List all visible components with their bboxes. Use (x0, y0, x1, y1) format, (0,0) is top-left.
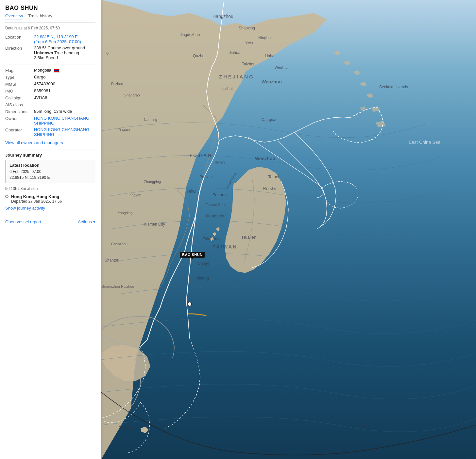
svg-text:Wenzhou: Wenzhou (255, 156, 275, 161)
type-label: Type (5, 75, 31, 80)
open-report-link[interactable]: Open vessel report (5, 219, 41, 224)
svg-text:East China Sea: East China Sea (409, 140, 440, 145)
info-panel: BAO SHUN Overview Track history Details … (0, 0, 101, 459)
speed-value: 3.6kn (34, 55, 44, 60)
svg-text:Zhangping: Zhangping (144, 180, 161, 184)
owner-label: Owner (5, 116, 31, 126)
tab-overview[interactable]: Overview (5, 13, 23, 20)
flag-label: Flag (5, 68, 31, 73)
svg-text:Lishui: Lishui (222, 86, 232, 91)
latest-location-coords: 22.8815 N, 119.3190 E (9, 175, 92, 180)
svg-text:Puttian: Puttian (199, 175, 212, 179)
bottom-bar: Open vessel report Actions ▾ (5, 216, 95, 224)
vessel-map-label: BAO SHUN (180, 252, 205, 258)
svg-text:Fuzhou: Fuzhou (212, 192, 227, 197)
ais-value (34, 102, 95, 107)
tab-track-history[interactable]: Track history (28, 13, 52, 20)
svg-text:Longyan: Longyan (128, 193, 141, 197)
location-label: Location (5, 34, 31, 44)
svg-text:Linhai: Linhai (265, 54, 275, 58)
port-name: Hong Kong, Hong Kong (11, 194, 62, 199)
vessel-name: BAO SHUN (5, 5, 95, 11)
type-value: Cargo (34, 75, 95, 80)
operator-label: Operator (5, 127, 31, 137)
direction-label: Direction (5, 45, 31, 60)
svg-text:Jingdezhen: Jingdezhen (180, 32, 200, 37)
svg-text:Itbayat: Itbayat (360, 423, 370, 427)
svg-text:Yingtan: Yingtan (118, 128, 130, 131)
dimensions-value: 85m long, 13m wide (34, 109, 95, 114)
show-journey-link[interactable]: Show journey activity (5, 206, 95, 211)
svg-text:Cangnan: Cangnan (262, 117, 278, 122)
port-date: Departed 27 Jan 2025, 17:56 (11, 199, 62, 204)
owner-value: HONG KONG CHANGHANG SHIPPING (34, 116, 95, 126)
svg-text:Chiayi: Chiayi (198, 261, 209, 266)
svg-text:Senkaku Islands: Senkaku Islands (379, 85, 408, 89)
dimensions-label: Dimensions (5, 109, 31, 114)
svg-text:Yongding: Yongding (118, 211, 132, 215)
svg-text:Chaozhou: Chaozhou (111, 242, 128, 246)
svg-text:Guangzhou Huizhou: Guangzhou Huizhou (101, 284, 134, 288)
svg-text:Shantou: Shantou (105, 258, 119, 263)
location-value: 22.8815 N, 119.3190 E (from 6 Feb 2025, … (34, 34, 95, 44)
callsign-label: Call sign (5, 95, 31, 100)
svg-text:Ningbo: Ningbo (258, 36, 271, 40)
svg-text:Xiamen City: Xiamen City (144, 222, 165, 227)
imo-value: 8359081 (34, 88, 95, 94)
svg-point-0 (188, 302, 192, 306)
svg-text:Fuzhou: Fuzhou (111, 82, 123, 86)
svg-text:Hsinchu: Hsinchu (263, 186, 276, 190)
svg-text:FUJIAN: FUJIAN (190, 153, 212, 158)
svg-text:Quanzhou: Quanzhou (206, 213, 226, 218)
ais-label: AIS class (5, 102, 31, 107)
svg-text:Pratas Island: Pratas Island (119, 426, 140, 430)
journey-section-title: Journey summary (5, 153, 95, 158)
chevron-down-icon: ▾ (93, 219, 95, 224)
svg-text:Taichung: Taichung (203, 236, 220, 241)
mmsi-value: 457483000 (34, 81, 95, 87)
svg-text:Taiw...: Taiw... (186, 189, 199, 194)
svg-text:Taiwan Strait: Taiwan Strait (206, 203, 227, 207)
course-value: 338.5° (34, 45, 46, 50)
svg-text:Taipei: Taipei (268, 174, 279, 179)
owner-link[interactable]: HONG KONG CHANGHANG SHIPPING (34, 116, 89, 126)
callsign-value: JVDA8 (34, 95, 95, 100)
flag-icon (54, 69, 60, 73)
view-owners-link[interactable]: View all owners and managers (5, 140, 95, 145)
location-since-link[interactable]: (from 6 Feb 2025, 07:00) (34, 39, 81, 44)
actions-button[interactable]: Actions ▾ (78, 219, 95, 224)
svg-text:Tainan: Tainan (214, 160, 225, 164)
latest-location-title: Latest location (9, 163, 92, 168)
svg-text:Taizhou: Taizhou (242, 62, 255, 66)
port-row: Hong Kong, Hong Kong Departed 27 Jan 202… (5, 194, 95, 204)
direction-value: 338.5° Course over ground Unknown True h… (34, 45, 95, 60)
svg-text:Taitang: Taitang (196, 276, 209, 280)
course-ground-label: Course over ground (47, 45, 85, 50)
mmsi-label: MMSI (5, 81, 31, 87)
svg-text:Shangrao: Shangrao (124, 93, 140, 97)
svg-text:Shaoxing: Shaoxing (239, 26, 255, 30)
divider-1 (5, 64, 95, 64)
svg-text:Wenling: Wenling (275, 65, 288, 69)
svg-text:Babuyan: Babuyan (366, 448, 380, 452)
latest-location-date: 6 Feb 2025, 07:00 (9, 169, 92, 175)
svg-text:Nanping: Nanping (144, 118, 157, 122)
details-date: Details as at 6 Feb 2025, 07:50 (5, 26, 95, 30)
at-sea-duration: 9d 13h 53m at sea (5, 186, 95, 191)
svg-text:ng: ng (105, 51, 109, 55)
svg-text:Jinhua: Jinhua (229, 50, 241, 55)
flag-value: Mongolia (34, 68, 95, 73)
svg-text:ZHEJIANG: ZHEJIANG (219, 74, 254, 79)
svg-text:TAIWAN: TAIWAN (212, 244, 237, 249)
imo-label: IMO (5, 88, 31, 94)
port-dot-icon (5, 195, 8, 198)
tab-bar: Overview Track history (5, 13, 95, 23)
divider-2 (5, 149, 95, 149)
location-coords-link[interactable]: 22.8815 N, 119.3190 E (34, 34, 78, 39)
svg-text:Hangzhou: Hangzhou (212, 14, 233, 19)
svg-text:Wenzhou: Wenzhou (262, 79, 282, 84)
operator-link[interactable]: HONG KONG CHANGHANG SHIPPING (34, 127, 89, 137)
actions-label: Actions (78, 219, 92, 224)
heading-value: Unknown (34, 50, 53, 55)
latest-location-box: Latest location 6 Feb 2025, 07:00 22.881… (5, 160, 95, 183)
